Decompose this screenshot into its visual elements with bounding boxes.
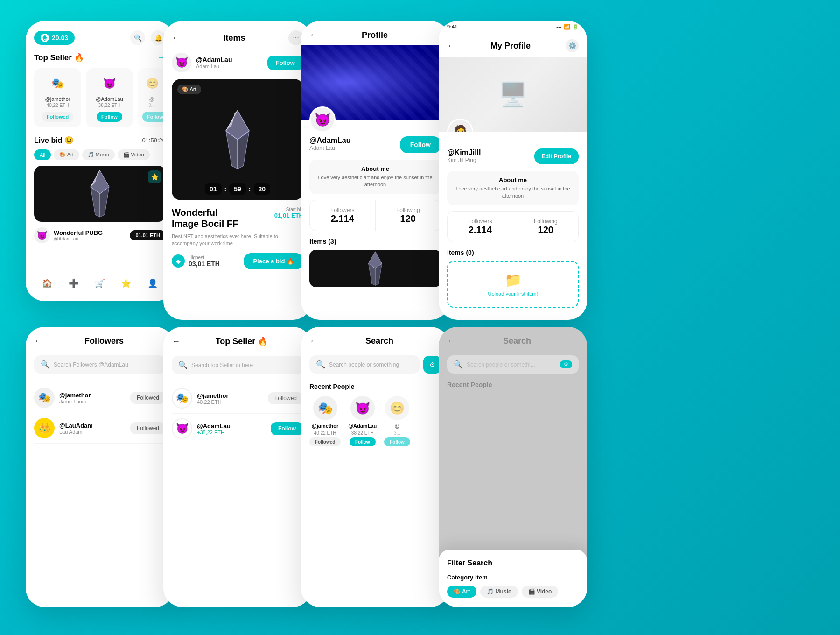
item-timer: 01 : 59 : 20	[205, 183, 270, 195]
filter-all[interactable]: All	[34, 149, 51, 160]
followers-back-button[interactable]: ←	[34, 336, 42, 346]
filter-video[interactable]: 🎬 Video	[118, 149, 150, 160]
ts-name-jamethor: @jamethor	[197, 392, 229, 399]
chip-video[interactable]: 🎬 Video	[522, 586, 559, 598]
search-filter-input[interactable]: 🔍 Search people or somethi... ⚙	[447, 355, 579, 374]
filter-active-badge: ⚙	[560, 360, 572, 368]
search-main-icon: 🔍	[316, 360, 325, 369]
profile-title: Profile	[362, 30, 388, 40]
following-label: Following	[376, 207, 441, 213]
filter-music[interactable]: 🎵 Music	[82, 149, 115, 160]
seller-name-adamlau: @AdamLau	[91, 96, 128, 102]
recent-people-row: 🎭 @jamethor 40,22 ETH Followed 😈 @AdamLa…	[309, 396, 441, 446]
follower-item-jamethor: 🎭 @jamethor Jame Thoro Followed	[34, 383, 166, 413]
seller-cards: 🎭 @jamethor 40,22 ETH Followed 😈 @AdamLa…	[34, 68, 166, 127]
status-time: 9:41	[447, 24, 457, 30]
my-profile-content: @KimJilll Kim Jil Ping Edit Profile Abou…	[439, 132, 587, 320]
seller-followed-btn-jamethor[interactable]: Followed	[42, 112, 74, 122]
about-text: Love very aesthetic art and enjoy the su…	[316, 174, 434, 189]
ts-status-jamethor: Followed	[268, 392, 303, 404]
followers-stat: Followers 2.114	[310, 200, 376, 231]
profile-avatar: 😈	[309, 106, 336, 133]
highest-label: Highest	[189, 255, 220, 260]
profile-username: @AdamLau	[309, 136, 351, 145]
balance-badge: 20.03	[34, 31, 75, 45]
my-profile-back-button[interactable]: ←	[447, 41, 455, 51]
eth-icon-sm: ◆	[172, 254, 185, 268]
bid-item-info: 😈 Wonderful PUBG @AdamLau	[34, 227, 103, 243]
back-button[interactable]: ←	[172, 33, 180, 43]
ts-avatar-adamlau: 😈	[172, 418, 192, 439]
bid-card: ⭐	[34, 166, 166, 222]
gear-icon[interactable]: ⚙️	[566, 39, 579, 52]
top-seller-back-button[interactable]: ←	[172, 337, 180, 346]
top-seller-search-bar[interactable]: 🔍 Search top Seller in here	[172, 356, 303, 374]
followers-header: ← Followers	[34, 336, 166, 346]
chip-art[interactable]: 🎨 Art	[447, 586, 476, 598]
follower-info-jamethor: 🎭 @jamethor Jame Thoro	[34, 388, 91, 408]
recent-name-3: @	[395, 423, 400, 429]
item-image-card: 🎨 Art 01 : 59 : 20	[172, 79, 303, 200]
followers-search-bar[interactable]: 🔍 Search Followers @AdamLau	[34, 355, 166, 374]
seller-eth-jamethor: 40,22 ETH	[39, 103, 77, 108]
my-about-text: Love very aesthetic art and enjoy the su…	[454, 185, 572, 200]
seller-follow-btn-3[interactable]: Follow	[142, 112, 166, 122]
recent-eth-jamethor: 40,22 ETH	[314, 430, 336, 436]
signal-icon: ▪▪▪	[556, 24, 562, 30]
my-about-card: About me Love very aesthetic art and enj…	[447, 171, 579, 205]
profile-user-row: @AdamLau Adam Lau Follow	[309, 136, 441, 153]
start-bid-value: 01,01 ETH	[274, 212, 303, 219]
seller-follow-btn-adamlau[interactable]: Follow	[97, 112, 122, 122]
search-back-button[interactable]: ←	[309, 336, 318, 346]
chip-music[interactable]: 🎵 Music	[480, 586, 518, 598]
status-bar: 9:41 ▪▪▪ 📶 🔋	[439, 21, 587, 30]
my-followers-label: Followers	[448, 218, 513, 225]
recent-follow-btn-adamlau[interactable]: Follow	[350, 437, 376, 446]
recent-person-jamethor: 🎭 @jamethor 40,22 ETH Followed	[309, 396, 341, 446]
wifi-icon: 📶	[564, 24, 570, 30]
ts-info-adamlau: 😈 @AdamLau +38,22 ETH	[172, 418, 231, 439]
my-profile-username: @KimJilll	[447, 148, 481, 157]
place-bid-button[interactable]: Place a bid 🔥	[244, 253, 303, 269]
search-filter-back-button[interactable]: ←	[447, 336, 455, 346]
follower-info-lauadam: 👑 @LauAdam Lau Adam	[34, 418, 93, 438]
followers-label: Followers	[310, 207, 375, 213]
recent-avatar-3: 😊	[385, 396, 409, 420]
item-title-row: WonderfulImage Bocil FF Start bid 01,01 …	[172, 207, 303, 229]
nav-star[interactable]: ⭐	[118, 275, 134, 292]
recent-followed-btn-jamethor[interactable]: Followed	[309, 437, 341, 446]
start-bid-label: Start bid	[274, 207, 303, 212]
recent-follow-btn-3[interactable]: Follow	[384, 437, 410, 446]
seller-avatar-adamlau: 😈	[100, 74, 119, 93]
item-title: WonderfulImage Bocil FF	[172, 207, 238, 229]
upload-box[interactable]: 📁 Upload your first item!	[447, 261, 579, 308]
profile-follow-button[interactable]: Follow	[400, 136, 441, 153]
nav-home[interactable]: 🏠	[39, 275, 56, 292]
recent-eth-adamlau: 38,22 ETH	[351, 430, 374, 436]
search-main-input[interactable]: 🔍 Search people or something	[309, 355, 420, 374]
my-profile-user-row: @KimJilll Kim Jil Ping Edit Profile	[447, 148, 579, 164]
filter-art[interactable]: 🎨 Art	[54, 149, 79, 160]
favorite-icon[interactable]: ⭐	[148, 170, 161, 183]
nav-add[interactable]: ➕	[65, 275, 82, 292]
bid-item-user: @AdamLau	[54, 236, 103, 241]
recent-person-adamlau: 😈 @AdamLau 38,22 ETH Follow	[348, 396, 377, 446]
my-followers-value: 2.114	[448, 225, 513, 235]
search-icon[interactable]: 🔍	[130, 30, 145, 45]
nav-cart[interactable]: 🛒	[91, 275, 108, 292]
following-stat: Following 120	[376, 200, 441, 231]
profile-back-button[interactable]: ←	[309, 30, 318, 40]
seller-name-jamethor: @jamethor	[39, 96, 77, 102]
ts-follow-btn-adamlau[interactable]: Follow	[271, 422, 303, 435]
phone-home: 20.03 🔍 🔔 Top Seller 🔥 → 🎭 @jamethor 40,…	[26, 21, 174, 301]
nav-profile[interactable]: 👤	[144, 275, 161, 292]
bid-eth-badge: 01,01 ETH	[130, 230, 166, 240]
seller-name-3: @	[142, 96, 161, 102]
items-title: Items	[180, 33, 288, 43]
edit-profile-button[interactable]: Edit Profile	[534, 148, 579, 164]
follow-button[interactable]: Follow	[267, 56, 303, 70]
follower-realname-lauadam: Lau Adam	[59, 429, 93, 435]
following-value: 120	[376, 213, 441, 224]
search-header: ← Search	[309, 336, 441, 346]
search-filter-icon: 🔍	[454, 360, 463, 369]
